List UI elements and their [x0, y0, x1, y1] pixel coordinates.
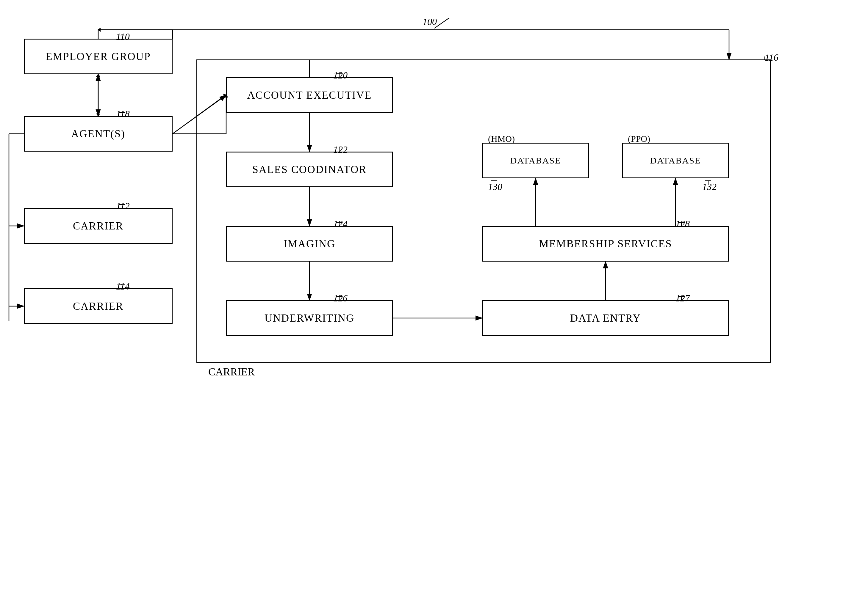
- ref-122: 122: [333, 144, 348, 155]
- carrier-bottom-label: CARRIER: [208, 366, 255, 378]
- account-executive-label: ACCOUNT EXECUTIVE: [247, 89, 372, 102]
- ref-112: 112: [116, 201, 130, 212]
- ref-110: 110: [116, 31, 130, 42]
- imaging-label: IMAGING: [283, 237, 335, 250]
- ref-130: 130: [488, 181, 502, 192]
- svg-marker-27: [97, 28, 100, 32]
- agents-box: AGENT(S): [24, 116, 173, 152]
- underwriting-label: UNDERWRITING: [264, 312, 354, 324]
- ref-127: 127: [676, 293, 690, 304]
- hmo-label: (HMO): [488, 134, 515, 144]
- ref-118: 118: [116, 109, 130, 119]
- ppo-label: (PPO): [628, 134, 650, 144]
- ref-128: 128: [676, 218, 690, 230]
- ref-120: 120: [333, 70, 348, 81]
- ref-124: 124: [333, 218, 348, 230]
- db-ppo-label: DATABASE: [650, 156, 701, 166]
- ref-100: 100: [422, 16, 437, 27]
- employer-group-box: EMPLOYER GROUP: [24, 39, 173, 74]
- ref-114: 114: [116, 281, 130, 292]
- sales-coordinator-box: SALES COODINATOR: [226, 152, 393, 187]
- db-hmo-box: DATABASE: [482, 143, 589, 178]
- carrier-112-label: CARRIER: [73, 220, 124, 232]
- membership-services-box: MEMBERSHIP SERVICES: [482, 226, 729, 262]
- db-hmo-label: DATABASE: [510, 156, 561, 166]
- ref-126: 126: [333, 293, 348, 304]
- db-ppo-box: DATABASE: [622, 143, 729, 178]
- carrier-114-box: CARRIER: [24, 288, 173, 324]
- diagram: 100 116 EMPLOYER GROUP 110 AGENT(S) 118 …: [0, 0, 868, 593]
- carrier-112-box: CARRIER: [24, 208, 173, 244]
- employer-group-label: EMPLOYER GROUP: [46, 50, 151, 63]
- account-executive-box: ACCOUNT EXECUTIVE: [226, 77, 393, 113]
- ref-132: 132: [702, 181, 716, 192]
- agents-label: AGENT(S): [71, 128, 125, 140]
- carrier-114-label: CARRIER: [73, 300, 124, 312]
- data-entry-label: DATA ENTRY: [570, 312, 641, 324]
- sales-coordinator-label: SALES COODINATOR: [252, 163, 367, 176]
- underwriting-box: UNDERWRITING: [226, 300, 393, 336]
- membership-services-label: MEMBERSHIP SERVICES: [539, 237, 672, 250]
- ref-116: 116: [765, 52, 778, 63]
- data-entry-box: DATA ENTRY: [482, 300, 729, 336]
- imaging-box: IMAGING: [226, 226, 393, 262]
